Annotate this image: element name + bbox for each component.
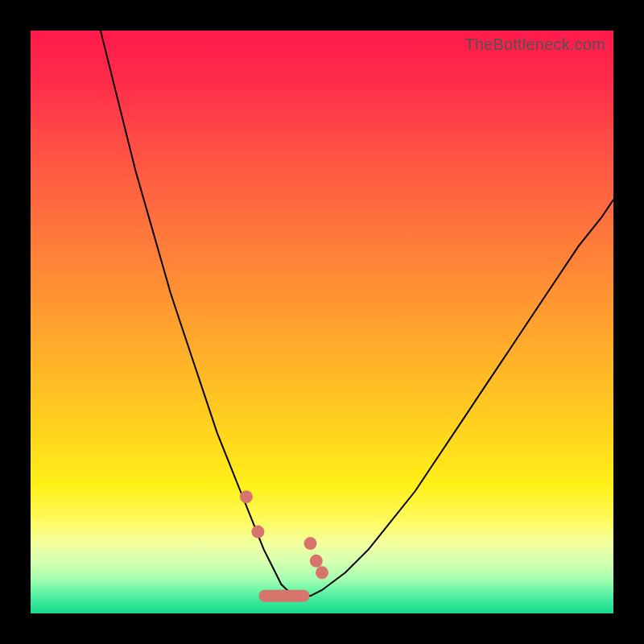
chart-frame: TheBottleneck.com: [0, 0, 644, 644]
marker-dot-2: [304, 537, 317, 550]
chart-svg: [31, 31, 613, 613]
marker-bottom-segment: [259, 590, 310, 602]
marker-dot-1: [251, 526, 264, 539]
bottleneck-curve: [101, 31, 613, 596]
marker-dot-0: [240, 490, 253, 503]
marker-dot-4: [316, 566, 328, 579]
plot-area: TheBottleneck.com: [31, 31, 613, 613]
marker-group: [240, 490, 328, 579]
marker-dot-3: [310, 555, 323, 568]
